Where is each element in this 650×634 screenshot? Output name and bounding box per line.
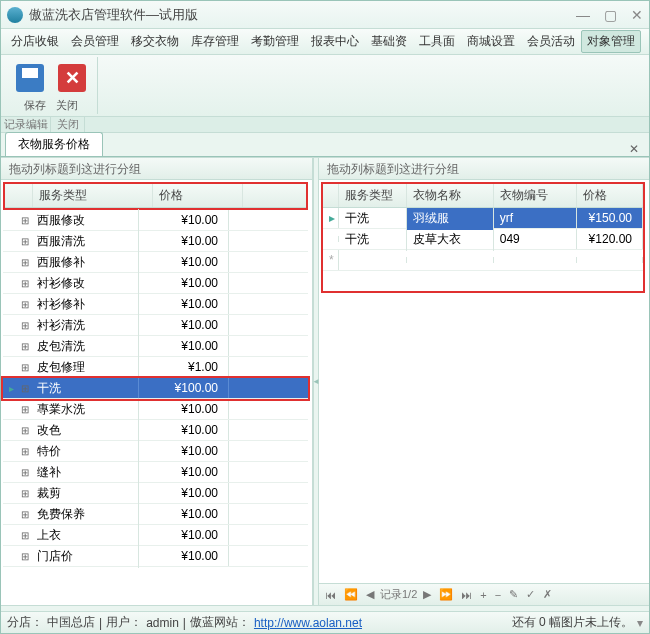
ribbon-toolbar: ✕ 保存 关闭 [1, 55, 649, 117]
group-label-close: 关闭 [51, 117, 85, 132]
window-title: 傲蓝洗衣店管理软件—试用版 [29, 6, 576, 24]
menu-item[interactable]: 对象管理 [581, 30, 641, 53]
menu-item[interactable]: 库存管理 [185, 30, 245, 53]
app-logo-icon [7, 7, 23, 23]
status-branch-label: 分店： [7, 614, 43, 631]
left-grid-header: 服务类型 价格 [5, 184, 306, 208]
menu-item[interactable]: 分店收银 [5, 30, 65, 53]
table-row[interactable]: ⊞專業水洗¥10.00 [3, 399, 308, 420]
table-row[interactable]: ⊞免费保养¥10.00 [3, 504, 308, 525]
menu-item[interactable]: 会员活动 [521, 30, 581, 53]
tab-strip: 衣物服务价格 ✕ [1, 133, 649, 157]
table-row[interactable]: ⊞衬衫修改¥10.00 [3, 273, 308, 294]
menu-item[interactable]: 移交衣物 [125, 30, 185, 53]
col-price[interactable]: 价格 [153, 184, 243, 207]
titlebar: 傲蓝洗衣店管理软件—试用版 — ▢ ✕ [1, 1, 649, 29]
right-grid-header: 服务类型 衣物名称 衣物编号 价格 [323, 184, 643, 208]
close-window-button[interactable]: ✕ [631, 7, 643, 23]
record-navigator: ⏮ ⏪ ◀ 记录1/2 ▶ ⏩ ⏭ + − ✎ ✓ ✗ [319, 583, 649, 605]
table-row[interactable]: ⊞上衣¥10.00 [3, 525, 308, 546]
table-row[interactable]: 干洗皮草大衣049¥120.00 [323, 229, 643, 250]
left-pane: 拖动列标题到这进行分组 服务类型 价格 ⊞西服修改¥10.00⊞西服清洗¥10.… [1, 158, 313, 605]
menu-item[interactable]: 报表中心 [305, 30, 365, 53]
menu-item[interactable]: 考勤管理 [245, 30, 305, 53]
table-row[interactable]: ⊞西服清洗¥10.00 [3, 231, 308, 252]
table-row[interactable]: ⊞改色¥10.00 [3, 420, 308, 441]
nav-edit[interactable]: ✎ [507, 588, 520, 601]
col-service-type[interactable]: 服务类型 [33, 184, 153, 207]
nav-last[interactable]: ⏭ [459, 589, 474, 601]
nav-first[interactable]: ⏮ [323, 589, 338, 601]
table-row[interactable]: ⊞皮包修理¥1.00 [3, 357, 308, 378]
window-controls: — ▢ ✕ [576, 7, 643, 23]
nav-cancel[interactable]: ✗ [541, 588, 554, 601]
menu-item[interactable]: 基础资 [365, 30, 413, 53]
toolbar-group-record: ✕ 保存 关闭 [5, 57, 98, 114]
nav-prev[interactable]: ◀ [364, 588, 376, 601]
table-row[interactable]: ⊞衬衫修补¥10.00 [3, 294, 308, 315]
table-row[interactable]: ▸⊞干洗¥100.00 [3, 378, 308, 399]
nav-prev-page[interactable]: ⏪ [342, 588, 360, 601]
table-row[interactable]: ⊞西服修改¥10.00 [3, 210, 308, 231]
status-upload: 还有 0 幅图片未上传。 [512, 614, 633, 631]
nav-check[interactable]: ✓ [524, 588, 537, 601]
table-row[interactable]: ▸干洗羽绒服yrf¥150.00 [323, 208, 643, 229]
menu-item[interactable]: 会员管理 [65, 30, 125, 53]
close-icon: ✕ [58, 64, 86, 92]
right-group-hint: 拖动列标题到这进行分组 [319, 158, 649, 180]
save-button[interactable] [11, 59, 49, 97]
col-item-code[interactable]: 衣物编号 [494, 184, 577, 207]
maximize-button[interactable]: ▢ [604, 7, 617, 23]
app-window: 傲蓝洗衣店管理软件—试用版 — ▢ ✕ 分店收银会员管理移交衣物库存管理考勤管理… [0, 0, 650, 634]
left-grid[interactable]: 服务类型 价格 ⊞西服修改¥10.00⊞西服清洗¥10.00⊞西服修补¥10.0… [1, 180, 312, 605]
tab-close-button[interactable]: ✕ [623, 142, 645, 156]
status-user: admin [146, 616, 179, 630]
table-row[interactable]: ⊞缝补¥10.00 [3, 462, 308, 483]
nav-delete[interactable]: − [493, 589, 503, 601]
status-url-link[interactable]: http://www.aolan.net [254, 616, 362, 630]
nav-add[interactable]: + [478, 589, 488, 601]
table-row[interactable]: ⊞裁剪¥10.00 [3, 483, 308, 504]
status-site-label: 傲蓝网站： [190, 614, 250, 631]
status-branch: 中国总店 [47, 614, 95, 631]
menu-item[interactable]: 工具面 [413, 30, 461, 53]
close-label: 关闭 [56, 98, 78, 113]
group-label-record: 记录编辑 [1, 117, 51, 132]
minimize-button[interactable]: — [576, 7, 590, 23]
status-user-label: 用户： [106, 614, 142, 631]
menu-item[interactable]: 商城设置 [461, 30, 521, 53]
new-row[interactable]: * [323, 250, 643, 271]
table-row[interactable]: ⊞特价¥10.00 [3, 441, 308, 462]
nav-next[interactable]: ▶ [421, 588, 433, 601]
right-pane: 拖动列标题到这进行分组 服务类型 衣物名称 衣物编号 价格 ▸干洗羽绒服yrf¥… [319, 158, 649, 605]
table-row[interactable]: ⊞门店价¥10.00 [3, 546, 308, 567]
content-area: 拖动列标题到这进行分组 服务类型 价格 ⊞西服修改¥10.00⊞西服清洗¥10.… [1, 157, 649, 605]
statusbar: 分店： 中国总店 | 用户： admin | 傲蓝网站： http://www.… [1, 611, 649, 633]
table-row[interactable]: ⊞西服修补¥10.00 [3, 252, 308, 273]
close-button[interactable]: ✕ [53, 59, 91, 97]
tab-service-price[interactable]: 衣物服务价格 [5, 132, 103, 156]
nav-next-page[interactable]: ⏩ [437, 588, 455, 601]
save-icon [16, 64, 44, 92]
table-row[interactable]: ⊞皮包清洗¥10.00 [3, 336, 308, 357]
left-group-hint: 拖动列标题到这进行分组 [1, 158, 312, 180]
col-price-r[interactable]: 价格 [577, 184, 643, 207]
right-grid[interactable]: 服务类型 衣物名称 衣物编号 价格 ▸干洗羽绒服yrf¥150.00干洗皮草大衣… [319, 180, 649, 583]
col-service-type-r[interactable]: 服务类型 [339, 184, 407, 207]
save-label: 保存 [24, 98, 46, 113]
record-position: 记录1/2 [380, 587, 417, 602]
table-row[interactable]: ⊞衬衫清洗¥10.00 [3, 315, 308, 336]
menubar: 分店收银会员管理移交衣物库存管理考勤管理报表中心基础资工具面商城设置会员活动对象… [1, 29, 649, 55]
col-item-name[interactable]: 衣物名称 [407, 184, 494, 207]
